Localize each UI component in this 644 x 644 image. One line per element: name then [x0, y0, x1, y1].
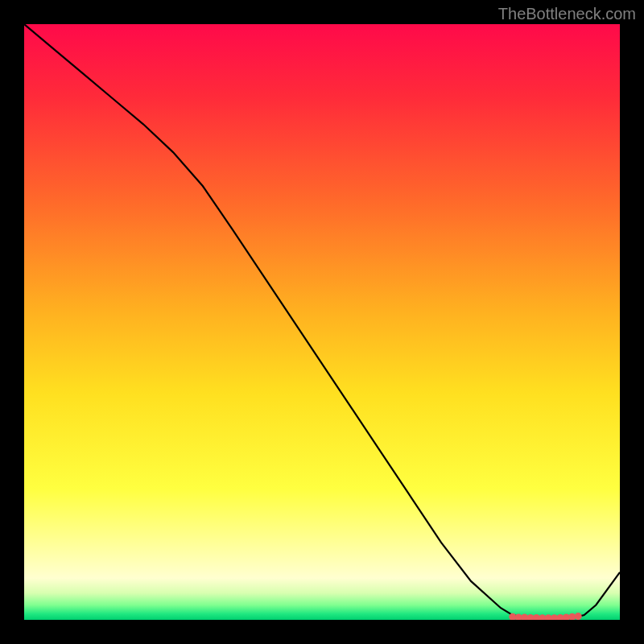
chart-markers: [509, 613, 581, 620]
chart-curve: [24, 24, 620, 618]
watermark-text: TheBottleneck.com: [498, 5, 636, 23]
chart-plot-area: [24, 24, 620, 620]
chart-marker-dot: [575, 613, 582, 620]
chart-line-layer: [24, 24, 620, 620]
